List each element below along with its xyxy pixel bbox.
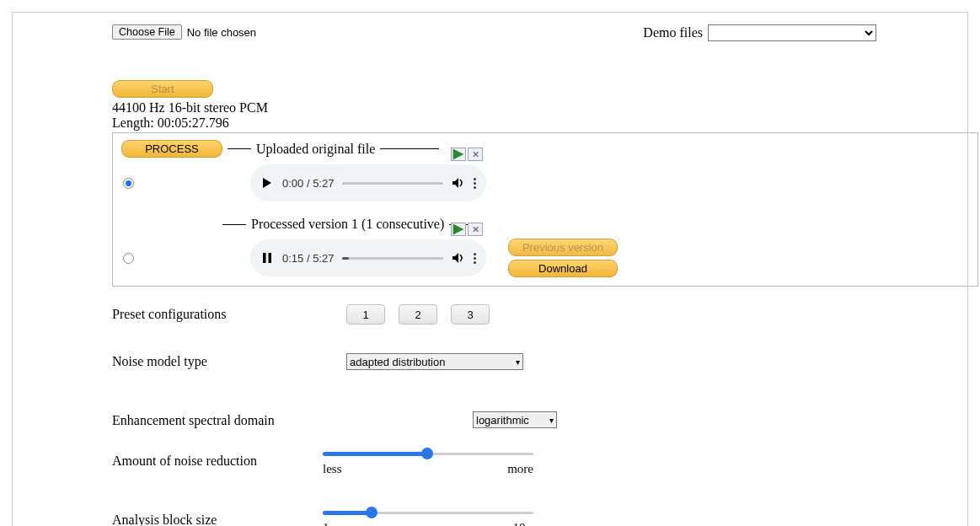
noise-model-type-select[interactable]: adapted distribution ▾ xyxy=(346,353,523,370)
volume-icon[interactable] xyxy=(452,176,465,190)
preset-2-button[interactable]: 2 xyxy=(399,304,437,325)
chevron-down-icon: ▾ xyxy=(549,416,554,425)
audio-format-line: 44100 Hz 16-bit stereo PCM xyxy=(112,100,961,115)
pause-icon[interactable] xyxy=(260,251,274,265)
svg-marker-6 xyxy=(453,253,458,263)
radio-processed[interactable] xyxy=(123,253,134,264)
seek-track-processed[interactable] xyxy=(342,257,443,260)
slider-min-label: less xyxy=(323,462,342,476)
overlay-play-icon[interactable] xyxy=(451,148,466,161)
volume-icon[interactable] xyxy=(452,251,465,265)
file-chooser: Choose File No file chosen xyxy=(112,24,256,40)
player-time-processed: 0:15 / 5:27 xyxy=(282,252,334,265)
svg-rect-5 xyxy=(269,253,272,263)
analysis-block-size-slider[interactable] xyxy=(323,506,533,519)
demo-files-label: Demo files xyxy=(643,25,703,40)
overlay-play-icon[interactable] xyxy=(451,223,466,236)
download-button[interactable]: Download xyxy=(508,260,618,277)
overlay-close-icon[interactable]: ✕ xyxy=(468,148,483,161)
slider-max-label: more xyxy=(507,462,533,476)
legend-processed-label: Processed version 1 (1 consecutive) xyxy=(251,217,444,232)
amount-noise-reduction-slider[interactable] xyxy=(323,447,533,460)
enhancement-spectral-domain-label: Enhancement spectral domain xyxy=(112,413,323,428)
overlay-close-icon[interactable]: ✕ xyxy=(468,223,483,236)
svg-marker-0 xyxy=(453,149,464,160)
preset-1-button[interactable]: 1 xyxy=(346,304,385,325)
analysis-block-size-label: Analysis block size xyxy=(112,513,323,526)
radio-original[interactable] xyxy=(123,178,134,189)
svg-rect-4 xyxy=(263,253,266,263)
demo-files-select[interactable] xyxy=(708,24,876,41)
svg-marker-1 xyxy=(263,178,271,188)
audio-section: PROCESS Uploaded original file ✕ 0:00 / … xyxy=(112,132,978,287)
enhancement-domain-select[interactable]: logarithmic ▾ xyxy=(473,411,557,428)
more-menu-icon[interactable] xyxy=(474,178,476,189)
process-button[interactable]: PROCESS xyxy=(121,140,222,158)
noise-model-type-label: Noise model type xyxy=(112,354,323,369)
noise-model-type-value: adapted distribution xyxy=(350,356,445,368)
preset-3-button[interactable]: 3 xyxy=(451,304,490,325)
choose-file-button[interactable]: Choose File xyxy=(112,24,182,40)
start-button[interactable]: Start xyxy=(112,80,213,98)
svg-marker-3 xyxy=(453,224,464,235)
legend-original-label: Uploaded original file xyxy=(256,142,375,157)
no-file-chosen-label: No file chosen xyxy=(187,26,256,39)
chevron-down-icon: ▾ xyxy=(516,357,520,367)
seek-track-original[interactable] xyxy=(342,182,443,185)
enhancement-domain-value: logarithmic xyxy=(476,414,529,427)
slider-max-label: 10 s xyxy=(512,521,533,527)
audio-player-processed[interactable]: ✕ 0:15 / 5:27 xyxy=(250,239,486,276)
audio-player-original[interactable]: ✕ 0:00 / 5:27 xyxy=(250,164,486,201)
audio-length-line: Length: 00:05:27.796 xyxy=(112,115,961,131)
amount-noise-reduction-label: Amount of noise reduction xyxy=(112,454,323,469)
more-menu-icon[interactable] xyxy=(474,253,476,264)
divider xyxy=(228,148,251,149)
demo-files-row: Demo files xyxy=(643,24,876,41)
divider xyxy=(380,148,439,149)
previous-version-button[interactable]: Previous version xyxy=(508,239,618,256)
player-time-original: 0:00 / 5:27 xyxy=(282,177,334,190)
divider xyxy=(222,224,246,225)
slider-min-label: 1 s xyxy=(323,521,337,527)
svg-marker-2 xyxy=(453,178,458,188)
preset-configurations-label: Preset configurations xyxy=(112,307,323,322)
play-icon[interactable] xyxy=(260,176,274,190)
